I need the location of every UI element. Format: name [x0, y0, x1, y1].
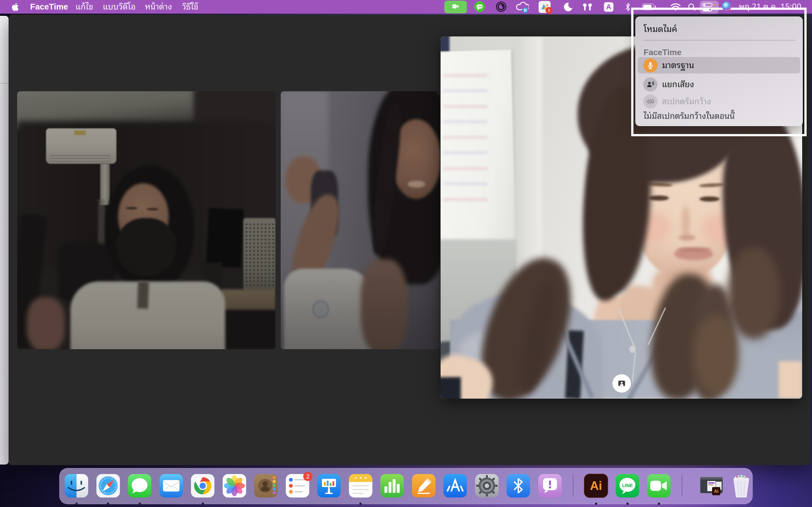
svg-text:Ai: Ai — [590, 479, 602, 493]
svg-text:LINE: LINE — [622, 483, 633, 488]
